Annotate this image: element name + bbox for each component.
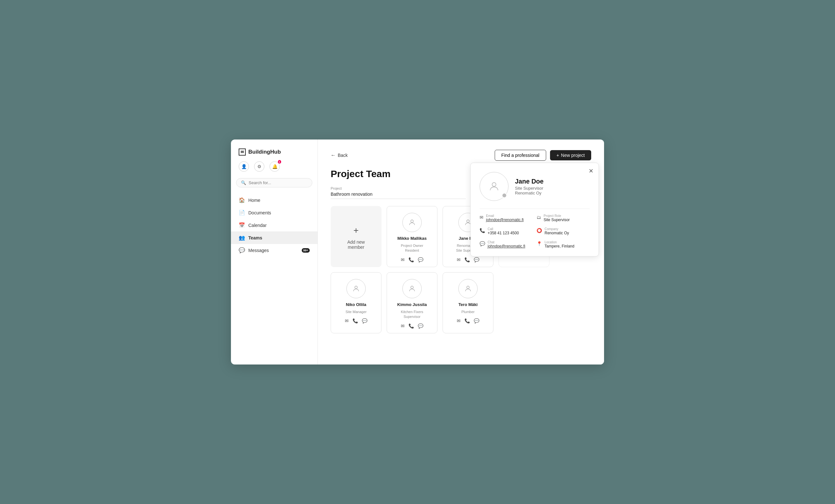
chat-icon: 💬 — [480, 241, 485, 246]
panel-info-company: ⭕ Company Renomatic Oy — [536, 227, 590, 235]
panel-info-location: 📍 Location Tampere, Finland — [536, 240, 590, 249]
member-actions-niko: ✉ 📞 💬 — [345, 318, 367, 323]
chat-icon-jane[interactable]: 💬 — [474, 257, 479, 262]
member-card-niko[interactable]: Niko Ollila Site Manager ✉ 📞 💬 — [331, 272, 382, 333]
avatar-mikko — [402, 213, 422, 232]
member-card-tero[interactable]: Tero Mäki Plumber ✉ 📞 💬 — [443, 272, 493, 333]
sidebar-item-teams[interactable]: 👥 Teams — [231, 231, 318, 244]
member-actions-tero: ✉ 📞 💬 — [457, 318, 479, 323]
location-label: Location — [545, 240, 574, 244]
back-button[interactable]: ← Back — [331, 152, 348, 158]
messages-icon: 💬 — [239, 247, 244, 253]
chat-icon-mikko[interactable]: 💬 — [418, 257, 423, 262]
panel-header: Jane Doe Site Supervisor Renomatic Oy — [480, 172, 590, 201]
logo: ✉ BuildingHub — [231, 148, 318, 161]
project-role-icon: 🗂 — [536, 215, 541, 220]
member-role-kimmo: Kitchen FixersSupervisor — [401, 310, 423, 319]
member-name-niko: Niko Ollila — [346, 302, 366, 307]
email-icon-tero[interactable]: ✉ — [457, 318, 461, 323]
panel-info-project-role: 🗂 Project Role Site Supervisor — [536, 214, 590, 222]
sidebar-item-calendar[interactable]: 📅 Calendar — [231, 219, 318, 231]
add-icon: + — [353, 225, 359, 236]
sidebar-user-icons: 👤 ⚙ 🔔1 — [231, 161, 318, 178]
panel-info-grid: ✉ Email johndoe@renomatic.fi 🗂 Project R… — [480, 214, 590, 249]
notifications-button[interactable]: 🔔1 — [269, 161, 280, 172]
logo-icon: ✉ — [239, 148, 246, 155]
email-value[interactable]: johndoe@renomatic.fi — [486, 217, 524, 222]
email-icon-jane[interactable]: ✉ — [457, 257, 461, 262]
panel-identity: Jane Doe Site Supervisor Renomatic Oy — [515, 178, 544, 195]
phone-icon-jane[interactable]: 📞 — [465, 257, 470, 262]
find-professional-button[interactable]: Find a professional — [495, 150, 546, 161]
panel-company: Renomatic Oy — [515, 191, 544, 195]
member-role-mikko: Project OwnerResident — [401, 243, 423, 253]
avatar-niko — [346, 279, 366, 298]
sidebar-item-calendar-label: Calendar — [248, 223, 267, 228]
member-card-mikko[interactable]: Mikko Mallikas Project OwnerResident ✉ 📞… — [387, 206, 437, 267]
panel-info-call: 📞 Call +358 41 123 4500 — [480, 227, 533, 235]
avatar-tero — [459, 279, 477, 298]
email-icon-mikko[interactable]: ✉ — [401, 257, 405, 262]
new-project-button[interactable]: + New project — [550, 150, 591, 161]
app-window: ✉ BuildingHub 👤 ⚙ 🔔1 🔍 🏠 Home 📄 Document… — [231, 140, 604, 364]
call-value: +358 41 123 4500 — [488, 231, 519, 235]
call-label: Call — [488, 227, 519, 231]
svg-point-6 — [492, 183, 496, 186]
search-bar[interactable]: 🔍 — [236, 178, 312, 187]
sidebar-item-documents[interactable]: 📄 Documents — [231, 206, 318, 219]
chat-value[interactable]: johndoe@renomatic.fi — [488, 244, 525, 249]
member-actions-kimmo: ✉ 📞 💬 — [401, 323, 423, 329]
chat-icon-kimmo[interactable]: 💬 — [418, 323, 423, 329]
project-role-label: Project Role — [544, 214, 570, 217]
phone-icon-mikko[interactable]: 📞 — [408, 257, 414, 262]
member-actions-jane: ✉ 📞 💬 — [457, 257, 479, 262]
chat-icon-tero[interactable]: 💬 — [474, 318, 479, 323]
phone-icon-kimmo[interactable]: 📞 — [408, 323, 414, 329]
sidebar-item-documents-label: Documents — [248, 210, 271, 215]
sidebar-item-home[interactable]: 🏠 Home — [231, 194, 318, 206]
documents-icon: 📄 — [239, 210, 244, 216]
top-bar: ← Back Find a professional + New project — [331, 150, 591, 161]
panel-role: Site Supervisor — [515, 186, 544, 191]
panel-name: Jane Doe — [515, 178, 544, 185]
member-role-niko: Site Manager — [345, 310, 366, 314]
company-icon: ⭕ — [536, 228, 542, 233]
panel-avatar-dot — [502, 193, 507, 198]
panel-info-chat: 💬 Chat johndoe@renomatic.fi — [480, 240, 533, 249]
avatar-kimmo — [402, 279, 422, 298]
home-icon: 🏠 — [239, 197, 244, 203]
teams-icon: 👥 — [239, 235, 244, 241]
user-avatar-button[interactable]: 👤 — [239, 161, 249, 172]
location-icon: 📍 — [536, 241, 542, 246]
chat-icon-niko[interactable]: 💬 — [362, 318, 367, 323]
email-icon-niko[interactable]: ✉ — [345, 318, 349, 323]
company-label: Company — [545, 227, 569, 231]
settings-button[interactable]: ⚙ — [254, 161, 264, 172]
svg-point-4 — [411, 286, 413, 289]
sidebar-item-home-label: Home — [248, 198, 260, 203]
search-icon: 🔍 — [241, 180, 246, 185]
chat-label: Chat — [488, 240, 525, 244]
phone-icon-niko[interactable]: 📞 — [352, 318, 358, 323]
email-icon-kimmo[interactable]: ✉ — [401, 323, 405, 329]
add-member-card[interactable]: + Add newmember — [331, 206, 382, 267]
calendar-icon: 📅 — [239, 222, 244, 228]
email-icon: ✉ — [480, 215, 484, 220]
phone-icon-tero[interactable]: 📞 — [465, 318, 470, 323]
member-role-tero: Plumber — [462, 310, 475, 314]
location-value: Tampere, Finland — [545, 244, 574, 249]
member-card-kimmo[interactable]: Kimmo Jussila Kitchen FixersSupervisor ✉… — [387, 272, 437, 333]
email-label: Email — [486, 214, 524, 217]
panel-close-button[interactable]: ✕ — [589, 167, 593, 174]
messages-badge: 99+ — [302, 248, 310, 253]
sidebar-item-teams-label: Teams — [248, 235, 262, 240]
company-value: Renomatic Oy — [545, 231, 569, 235]
project-value: Bathroom renovation — [331, 192, 466, 199]
back-arrow-icon: ← — [331, 152, 336, 158]
profile-panel: ✕ Jane Doe Site Supervisor Renomatic Oy … — [470, 163, 599, 256]
sidebar-item-messages[interactable]: 💬 Messages 99+ — [231, 244, 318, 256]
panel-avatar — [480, 172, 509, 201]
notification-badge: 1 — [278, 160, 281, 164]
member-actions-mikko: ✉ 📞 💬 — [401, 257, 423, 262]
search-input[interactable] — [249, 180, 307, 185]
